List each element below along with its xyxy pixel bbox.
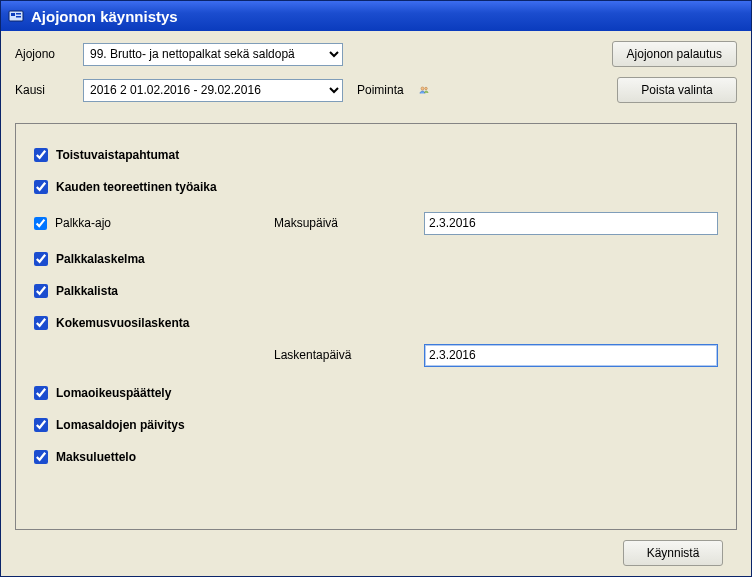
bottom-bar: Käynnistä <box>15 530 737 576</box>
checkbox-toistuvaistapahtumat[interactable] <box>34 148 48 162</box>
laskentapaiva-input[interactable] <box>424 344 718 367</box>
ajojono-select[interactable]: 99. Brutto- ja nettopalkat sekä saldopä <box>83 43 343 66</box>
app-icon <box>7 7 25 25</box>
run-button[interactable]: Käynnistä <box>623 540 723 566</box>
label-lomasaldojen-paivitys: Lomasaldojen päivitys <box>56 418 185 432</box>
label-toistuvaistapahtumat: Toistuvaistapahtumat <box>56 148 179 162</box>
kausi-label: Kausi <box>15 83 83 97</box>
svg-rect-2 <box>16 13 21 15</box>
restore-queue-button[interactable]: Ajojonon palautus <box>612 41 737 67</box>
titlebar: Ajojonon käynnistys <box>1 1 751 31</box>
checkbox-lomaoikeuspaattely[interactable] <box>34 386 48 400</box>
dialog-window: Ajojonon käynnistys Ajojono 99. Brutto- … <box>0 0 752 577</box>
label-lomaoikeuspaattely: Lomaoikeuspäättely <box>56 386 171 400</box>
label-maksuluettelo: Maksuluettelo <box>56 450 136 464</box>
top-form: Ajojono 99. Brutto- ja nettopalkat sekä … <box>1 31 751 123</box>
poiminta-button[interactable] <box>412 79 436 101</box>
label-palkkalista: Palkkalista <box>56 284 118 298</box>
checkbox-kokemusvuosilaskenta[interactable] <box>34 316 48 330</box>
clear-selection-button[interactable]: Poista valinta <box>617 77 737 103</box>
checkbox-palkkalaskelma[interactable] <box>34 252 48 266</box>
laskentapaiva-label: Laskentapäivä <box>274 348 351 362</box>
people-picker-icon <box>419 81 429 99</box>
window-title: Ajojonon käynnistys <box>31 8 178 25</box>
svg-rect-1 <box>11 13 15 16</box>
label-kauden-teoreettinen: Kauden teoreettinen työaika <box>56 180 217 194</box>
label-palkka-ajo: Palkka-ajo <box>55 216 111 230</box>
svg-point-5 <box>424 87 427 90</box>
checkbox-palkka-ajo[interactable] <box>34 217 47 230</box>
checkbox-palkkalista[interactable] <box>34 284 48 298</box>
label-kokemusvuosilaskenta: Kokemusvuosilaskenta <box>56 316 189 330</box>
svg-rect-3 <box>16 16 21 18</box>
kausi-select[interactable]: 2016 2 01.02.2016 - 29.02.2016 <box>83 79 343 102</box>
options-panel: Toistuvaistapahtumat Kauden teoreettinen… <box>15 123 737 530</box>
label-palkkalaskelma: Palkkalaskelma <box>56 252 145 266</box>
svg-point-4 <box>421 87 424 90</box>
poiminta-label: Poiminta <box>357 83 404 97</box>
checkbox-maksuluettelo[interactable] <box>34 450 48 464</box>
ajojono-label: Ajojono <box>15 47 83 61</box>
checkbox-kauden-teoreettinen[interactable] <box>34 180 48 194</box>
maksupaiva-label: Maksupäivä <box>274 216 338 230</box>
checkbox-lomasaldojen-paivitys[interactable] <box>34 418 48 432</box>
maksupaiva-input[interactable] <box>424 212 718 235</box>
